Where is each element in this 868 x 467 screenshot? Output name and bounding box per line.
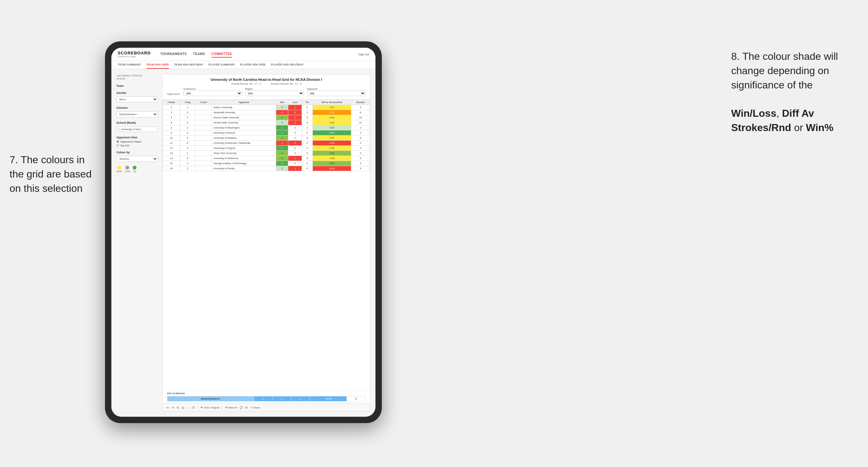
legend-dot-down [117, 166, 121, 169]
sign-out-link[interactable]: Sign out [357, 53, 369, 56]
cell-conf [195, 105, 212, 110]
division-label: Division [117, 106, 158, 110]
filter-region-select[interactable]: (All) [245, 91, 304, 96]
grid-title: University of North Carolina Head-to-Hea… [167, 77, 366, 82]
cell-rounds: 16 [351, 115, 370, 120]
view-original-btn[interactable]: 👁 View: Original [200, 406, 219, 409]
cell-opponent: University of Alabama [212, 135, 276, 141]
cell-rank: 14 [163, 156, 180, 161]
division-select[interactable]: NCAA Division I [117, 111, 158, 117]
clock-icon[interactable]: ⏱ [192, 406, 195, 409]
grid-table-body: 2 1 Auburn University 2 1 0 1.67 9 3 2 V… [163, 105, 370, 171]
col-opponent: Opponent [212, 100, 276, 105]
out-div-win: 1 [254, 396, 272, 402]
undo-icon[interactable]: ↩ [166, 406, 169, 409]
school-section: School (Rank) [117, 121, 158, 132]
redo-icon[interactable]: ↪ [172, 406, 174, 409]
watch-btn[interactable]: 👁 Watch ▾ [225, 406, 237, 409]
view-icon: 👁 [200, 406, 203, 409]
subnav-player-h2h-heatmap[interactable]: PLAYER H2H HEATMAP [271, 61, 304, 69]
cell-diff: 9.00 [312, 130, 351, 135]
colour-by-select[interactable]: Win/loss [117, 156, 158, 162]
cell-conf [195, 141, 212, 146]
more-icon[interactable]: ··· [187, 406, 189, 409]
radio-opponents-played[interactable]: Opponents Played [117, 140, 158, 143]
refresh-icon[interactable]: ↻ [177, 406, 179, 409]
col-loss: Loss [288, 100, 302, 105]
cell-loss: 0 [288, 130, 302, 135]
overall-record: Overall Record: 89 - 17 - 0 [231, 83, 261, 85]
filter-region-label: Region [245, 88, 304, 90]
cell-reg: 3 [180, 146, 195, 151]
cell-opponent: University of Florida [212, 166, 276, 171]
cell-tie: 0 [302, 120, 312, 125]
cell-win: 4 [276, 120, 288, 125]
colour-legend: Down Level Up [117, 166, 158, 173]
cell-reg: 2 [180, 110, 195, 115]
subnav-team-summary[interactable]: TEAM SUMMARY [118, 61, 141, 69]
cell-tie: 0 [302, 141, 312, 146]
legend-up: Up [133, 166, 136, 173]
cell-tie: 0 [302, 135, 312, 141]
crop-icon[interactable]: ⊡ [182, 406, 184, 409]
cell-diff: -1.00 [312, 156, 351, 161]
grid-table-wrap[interactable]: # Rank # Reg # Conf Opponent Win Loss Ti… [163, 100, 370, 390]
col-diff: Diff Av Strokes/Rnd [312, 100, 351, 105]
filter-conference: Conference (All) [183, 88, 242, 96]
subnav-team-h2h-heatmap[interactable]: TEAM H2H HEATMAP [174, 61, 203, 69]
nav-tournaments[interactable]: TOURNAMENTS [160, 51, 187, 58]
cell-rounds: 8 [351, 135, 370, 141]
cell-conf [195, 135, 212, 141]
cell-rank: 15 [163, 161, 180, 166]
cell-win: 3 [276, 135, 288, 141]
table-row: 12 3 University of Virginia 1 0 0 2.33 3 [163, 146, 370, 151]
filter-conference-select[interactable]: (All) [183, 91, 242, 96]
colour-by-section: Colour by Win/loss [117, 151, 158, 162]
filter-conference-label: Conference [183, 88, 242, 90]
cell-rank: 9 [163, 130, 180, 135]
cell-rounds: 9 [351, 151, 370, 156]
opponents-label: Opponents: [167, 93, 180, 96]
subnav-team-h2h-grid[interactable]: TEAM H2H GRID [146, 61, 169, 69]
people-btn[interactable]: ⊞ [245, 406, 248, 409]
subnav-player-h2h-grid[interactable]: PLAYER H2H GRID [240, 61, 266, 69]
cell-win: 2 [276, 105, 288, 110]
cell-reg: 3 [180, 130, 195, 135]
col-rank: # Rank [163, 100, 180, 105]
team-label: Team [117, 84, 158, 88]
cell-win: 1 [276, 130, 288, 135]
col-rounds: Rounds [351, 100, 370, 105]
radio-top100[interactable]: Top 100 [117, 144, 158, 147]
cell-conf [195, 130, 212, 135]
cell-rounds: 3 [351, 125, 370, 130]
nav-teams[interactable]: TEAMS [193, 51, 205, 58]
cell-conf [195, 166, 212, 171]
last-updated: Last Updated: 27/03/2024 16:55:38 [117, 74, 158, 81]
cell-rank: 16 [163, 166, 180, 171]
cell-opponent: Auburn University [212, 105, 276, 110]
col-win: Win [276, 100, 288, 105]
comment-btn[interactable]: 💬 [240, 406, 243, 409]
people-icon: ⊞ [245, 406, 248, 409]
nav-committee[interactable]: COMMITTEE [212, 51, 232, 58]
logo-title: SCOREBOARD [118, 51, 151, 55]
filter-opponent-select[interactable]: (All) [307, 91, 366, 96]
cell-rounds: 3 [351, 141, 370, 146]
right-panel: University of North Carolina Head-to-Hea… [162, 74, 370, 412]
gender-select[interactable]: Men's [117, 96, 158, 102]
cell-loss: 4 [288, 110, 302, 115]
cell-win: 1 [276, 141, 288, 146]
legend-dot-up [133, 166, 136, 169]
annotation-left: 7. The colours in the grid are based on … [9, 153, 99, 195]
cell-diff: 2.61 [312, 135, 351, 141]
cell-conf [195, 115, 212, 120]
division-record: Division Record: 88 - 17 - 0 [271, 83, 302, 85]
table-row: 10 5 University of Alabama 3 0 0 2.61 8 [163, 135, 370, 141]
col-reg: # Reg [180, 100, 195, 105]
out-div-diff: 26.00 [310, 396, 347, 402]
logo: SCOREBOARD Powered by clippd [118, 51, 151, 58]
cell-diff: -6.62 [312, 166, 351, 171]
subnav-player-summary[interactable]: PLAYER SUMMARY [209, 61, 235, 69]
share-btn[interactable]: ↗ Share [250, 406, 260, 409]
school-input[interactable] [117, 127, 158, 132]
